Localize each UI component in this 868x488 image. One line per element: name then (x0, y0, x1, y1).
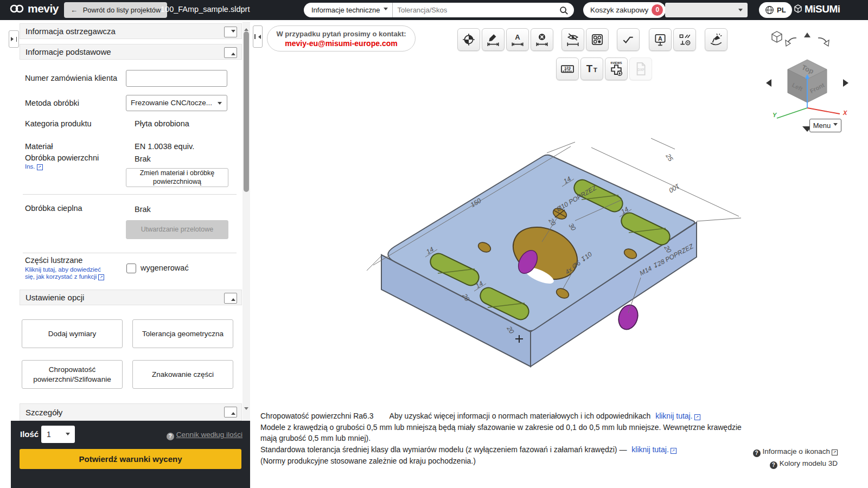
datum-target-button[interactable] (457, 28, 480, 51)
collapse-toggle-button[interactable] (224, 293, 237, 304)
chamfer-note-line2: mają grubość 0,5 mm lub mniej). (260, 433, 765, 444)
dxf-download-button[interactable]: DXF (629, 57, 652, 80)
mirror-help-link[interactable]: Kliknij tutaj, aby dowiedzieć (25, 266, 101, 273)
mirror-help-link-2[interactable]: się, jak korzystać z funkcji (25, 273, 104, 281)
method-label: Metoda obróbki (25, 99, 79, 107)
sidebar-expand-handle[interactable] (9, 30, 19, 48)
annotation-button[interactable]: A (649, 28, 672, 51)
sidebar-scrollbar[interactable] (242, 22, 250, 421)
search-bar: Informacje techniczne (304, 3, 574, 17)
material-value: EN 1.0038 equiv. (135, 142, 194, 151)
chevron-down-icon (738, 9, 743, 14)
help-icon (753, 450, 761, 457)
search-category-dropdown[interactable]: Informacje techniczne (304, 6, 392, 14)
confirm-quote-button[interactable]: Potwierdź warunki wyceny (20, 449, 241, 469)
model-colors-link[interactable]: Kolory modelu 3D (753, 459, 838, 469)
help-icon[interactable] (167, 433, 174, 440)
geometric-tolerance-button[interactable]: Tolerancja geometryczna (132, 319, 233, 348)
search-icon[interactable] (559, 5, 569, 15)
external-link-icon (694, 414, 700, 420)
text-dimension-button[interactable]: A (506, 28, 529, 51)
mirror-checkbox-label: wygenerować (141, 264, 189, 272)
category-label: Kategoria produktu (25, 119, 92, 128)
annotation-board-icon: A (653, 33, 667, 47)
meviy-logo[interactable]: meviy (9, 2, 59, 15)
rotate-up-icon[interactable] (804, 33, 810, 37)
part-marking-tool-button[interactable] (705, 28, 727, 51)
hole-table-button[interactable] (586, 28, 609, 51)
surface-check-button[interactable] (617, 28, 640, 51)
collapse-toggle-button[interactable] (224, 27, 237, 37)
material-standards-link[interactable]: kliknij tutaj. (655, 412, 692, 420)
six-views-download-button[interactable]: 6VIEWS (605, 57, 628, 80)
ruler-123-icon: 123 (560, 61, 575, 76)
contact-text: W przypadku pytań prosimy o kontakt: (267, 30, 415, 38)
axis-x-label: X (843, 110, 847, 116)
through-hardening-button[interactable]: Utwardzanie przelotowe (126, 220, 228, 239)
scroll-down-icon[interactable] (244, 404, 248, 414)
svg-text:A: A (515, 33, 520, 41)
surface-value: Brak (135, 155, 151, 163)
quantity-select[interactable]: 1 (41, 426, 75, 443)
chevron-up-icon (231, 410, 235, 415)
six-views-icon: 6VIEWS (608, 61, 624, 77)
language-button[interactable]: PL (759, 2, 792, 18)
mirror-generate-checkbox[interactable] (126, 264, 136, 273)
tolerance-link[interactable]: kliknij tutaj. (631, 445, 668, 454)
chevron-down-icon (218, 102, 222, 107)
sidebar-collapse-handle[interactable] (253, 25, 263, 48)
divider (23, 253, 237, 253)
text-dimension-icon: A (510, 33, 525, 47)
delete-dimension-icon (535, 33, 549, 47)
scrollbar-thumb[interactable] (244, 31, 249, 192)
text-size-icon: TT (584, 61, 599, 76)
project-select-dropdown[interactable] (665, 3, 748, 17)
cube-outline-icon[interactable] (772, 31, 782, 42)
tolerance-note: Standardowa tolerancja średniej klasy dl… (260, 445, 627, 454)
section-options-header: Ustawienie opcji (20, 290, 242, 305)
edit-dimension-button[interactable] (482, 28, 505, 51)
collapse-toggle-button[interactable] (224, 47, 237, 58)
surface-roughness-button[interactable]: Chropowatość powierzchni/Szlifowanie (22, 360, 123, 389)
rotate-left-icon[interactable] (786, 38, 796, 46)
check-icon (621, 33, 635, 47)
manufacturing-notes: Chropowatość powierzchni Ra6.3 Aby uzysk… (260, 410, 765, 466)
measure-ruler-button[interactable]: 123 (556, 57, 579, 80)
contact-box: W przypadku pytań prosimy o kontakt: mev… (267, 25, 416, 52)
svg-text:A: A (658, 35, 662, 42)
pricing-by-quantity: Cennik według ilości (167, 431, 242, 440)
contact-email-link[interactable]: meviy-eu@misumi-europe.com (267, 39, 415, 48)
3d-model-viewport[interactable]: 150 100 25 Ø10 POPRZEZ 4x Ø6 ↧10 M14 ↧28… (336, 130, 749, 412)
collapse-toggle-button[interactable] (224, 407, 237, 418)
order-number-input[interactable] (126, 70, 227, 87)
quantity-label: Ilość (20, 429, 39, 439)
delete-dimension-button[interactable] (531, 28, 553, 51)
part-marking-button[interactable]: Znakowanie części (132, 360, 233, 389)
rotate-left-step-icon[interactable] (766, 79, 771, 87)
misumi-logo[interactable]: MiSUMi (794, 3, 840, 15)
icons-info-link[interactable]: Informacje o ikonach (753, 447, 838, 457)
view-menu-button[interactable]: Menu (809, 119, 841, 132)
svg-text:DXF: DXF (637, 68, 644, 72)
hide-dimension-button[interactable] (561, 28, 584, 51)
svg-text:25: 25 (664, 152, 675, 163)
axis-y-label: Y (773, 112, 777, 118)
ins-link[interactable]: Ins. (25, 163, 43, 171)
back-to-projects-button[interactable]: ← Powrót do listy projektów (64, 2, 167, 18)
order-number-label: Numer zamówienia klienta (25, 74, 117, 82)
pricing-by-quantity-link[interactable]: Cennik według ilości (176, 431, 242, 439)
rotate-right-step-icon[interactable] (843, 79, 848, 87)
open-file-name: 100_FAmp_sample.sldprt (161, 5, 250, 14)
search-input[interactable] (393, 6, 559, 14)
rotate-right-icon[interactable] (818, 38, 829, 46)
shopping-cart-button[interactable]: Koszyk zakupowy 0 (583, 2, 666, 18)
external-link-icon (832, 450, 838, 455)
mirror-parts-label: Części lustrzane (25, 256, 82, 265)
text-size-button[interactable]: TT (580, 57, 603, 80)
add-dimensions-button[interactable]: Dodaj wymiary (22, 319, 123, 348)
chevron-down-icon (384, 8, 388, 12)
method-select[interactable]: Frezowanie CNC/tocze... (126, 95, 227, 111)
change-material-button[interactable]: Zmień materiał i obróbkę powierzchniową (126, 168, 228, 187)
geometric-tolerance-tool-button[interactable] (673, 28, 696, 51)
settings-sidebar: Informacja ostrzegawcza Informacje podst… (20, 22, 242, 421)
